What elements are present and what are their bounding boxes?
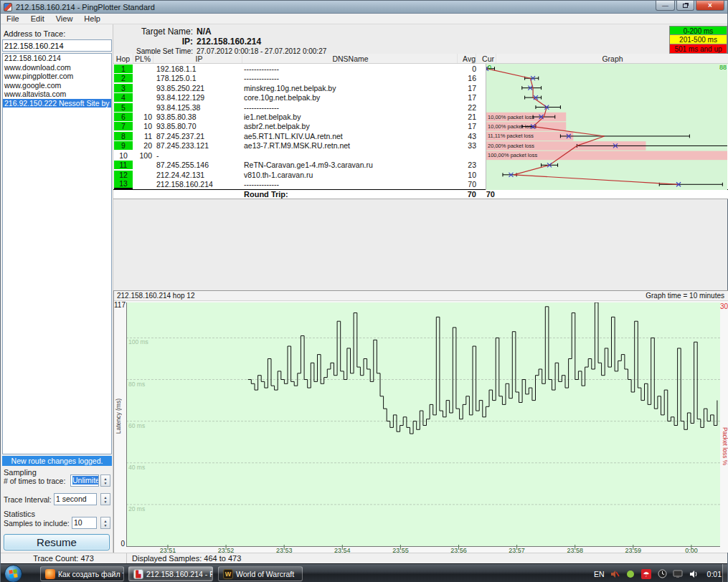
hop-cell: 11 xyxy=(114,161,133,169)
ip-cell: 93.84.125.38 xyxy=(153,103,242,112)
col-graph[interactable]: Graph xyxy=(496,54,728,63)
menu-view[interactable]: View xyxy=(50,14,79,23)
avira-antivirus-icon[interactable]: ☂ xyxy=(641,568,652,579)
address-list[interactable]: 212.158.160.214www.download.comwww.pingp… xyxy=(2,53,112,454)
times-to-trace-field[interactable]: Unlimited xyxy=(70,474,99,487)
dns-cell: -------------- xyxy=(242,103,458,112)
packet-loss-cell: 11 xyxy=(133,132,153,140)
restore-button[interactable] xyxy=(676,1,694,11)
menu-edit[interactable]: Edit xyxy=(25,14,50,23)
wow-icon: W xyxy=(223,569,233,579)
packet-loss-cell: 10 xyxy=(133,122,153,130)
times-to-trace-label: # of times to trace: xyxy=(4,477,65,485)
graph-scale-min: 0 xyxy=(488,64,491,71)
resume-button[interactable]: Resume xyxy=(4,534,110,550)
avg-cell: 43 xyxy=(458,132,476,140)
graph-scale-max: 88 xyxy=(719,64,727,71)
menu-file[interactable]: File xyxy=(1,14,25,23)
address-list-item[interactable]: www.download.com xyxy=(3,63,111,72)
trace-count-status: Trace Count: 473 xyxy=(1,553,127,563)
packet-loss-band-label: 100,00% packet loss xyxy=(488,152,537,158)
avg-cell: 23 xyxy=(458,161,476,169)
dns-cell: ReTN-Caravan.ge1-4.m9-3.caravan.ru xyxy=(242,161,458,169)
col-cur[interactable]: Cur xyxy=(476,54,496,63)
hop-cell: 3 xyxy=(114,84,133,92)
avg-cell: 16 xyxy=(458,74,476,82)
trace-interval-field[interactable]: 1 second xyxy=(54,493,97,505)
col-dnsname[interactable]: DNSName xyxy=(242,54,458,63)
dns-cell: ie1.net.belpak.by xyxy=(242,113,458,121)
samples-to-include-stepper[interactable]: ▲▼ xyxy=(100,517,110,529)
trace-interval-stepper[interactable]: ▲▼ xyxy=(100,493,110,505)
windows-logo-icon xyxy=(9,569,17,578)
address-list-item[interactable]: www.google.com xyxy=(3,81,111,90)
round-trip-avg: 70 xyxy=(458,190,476,199)
address-list-item[interactable]: www.altavista.com xyxy=(3,90,111,99)
status-green-icon[interactable] xyxy=(625,568,636,579)
dns-cell: -------------- xyxy=(242,65,458,73)
route-change-notice[interactable]: New route changes logged. xyxy=(2,456,112,466)
address-list-item[interactable]: 212.158.160.214 xyxy=(3,54,111,63)
menu-help[interactable]: Help xyxy=(78,14,106,23)
taskbar-button[interactable]: WWorld of Warcraft xyxy=(218,566,303,581)
hop-latency-graph[interactable]: 10,00% packet loss10,00% packet loss11,1… xyxy=(486,64,727,190)
status-bar: Trace Count: 473 Displayed Samples: 464 … xyxy=(1,553,727,563)
title-bar[interactable]: 212.158.160.214 - PingPlotter Standard —… xyxy=(1,1,727,14)
hop-cell: 4 xyxy=(114,93,133,102)
avg-cell: 33 xyxy=(458,141,476,150)
dns-cell: -------------- xyxy=(242,180,458,189)
latency-timeline-plot[interactable]: 100 ms80 ms60 ms40 ms20 ms xyxy=(126,302,720,551)
firefox-icon xyxy=(45,569,55,579)
packet-loss-axis-label: Packet loss % xyxy=(722,427,728,465)
input-language-indicator[interactable]: EN xyxy=(594,570,605,578)
round-trip-cur: 70 xyxy=(476,190,496,199)
restore-icon xyxy=(683,4,688,8)
taskbar-button[interactable]: ▙212.158.160.214 - Pin... xyxy=(128,566,213,581)
packet-loss-cell: 10 xyxy=(133,113,153,121)
col-avg[interactable]: Avg xyxy=(458,54,476,63)
y-axis-max-label: 117 xyxy=(114,301,125,309)
hop-cell: 6 xyxy=(114,113,133,121)
muted-microphone-icon[interactable] xyxy=(610,568,620,579)
avg-cell: 17 xyxy=(458,93,476,102)
dns-cell: core.10g.net.belpak.by xyxy=(242,93,458,102)
volume-icon[interactable] xyxy=(689,568,699,579)
legend-row: 501 ms and up xyxy=(669,44,727,54)
round-trip-label: Round Trip: xyxy=(242,190,458,199)
timeline-title: 212.158.160.214 hop 12 xyxy=(117,292,194,300)
packet-loss-band-label: 20,00% packet loss xyxy=(488,143,534,149)
col-hop[interactable]: Hop xyxy=(113,54,133,63)
col-pl[interactable]: PL% xyxy=(133,54,153,63)
displayed-samples-status: Displayed Samples: 464 to 473 xyxy=(127,553,727,563)
address-list-item[interactable]: 216.92.150.222 Nessoft Site by IP xyxy=(3,99,111,108)
times-to-trace-stepper[interactable]: ▲▼ xyxy=(100,474,110,487)
ip-cell: 87.245.255.146 xyxy=(153,161,242,169)
ip-cell: 178.125.0.1 xyxy=(153,74,242,82)
trace-interval-label: Trace Interval: xyxy=(4,495,52,504)
start-button[interactable] xyxy=(4,565,22,582)
minimize-button[interactable]: — xyxy=(656,1,675,11)
samples-to-include-field[interactable]: 10 xyxy=(72,517,97,529)
gridline-label: 40 ms xyxy=(128,464,145,471)
dns-cell: ae13-7.RT.M9.MSK.RU.retn.net xyxy=(242,141,458,150)
taskbar-button-label: Как создать файл тр... xyxy=(58,570,124,578)
address-input[interactable] xyxy=(2,39,112,52)
address-list-item[interactable]: www.pingplotter.com xyxy=(3,72,111,81)
samples-to-include-label: Samples to include: xyxy=(4,519,70,528)
taskbar-clock[interactable]: 0:01 xyxy=(707,570,722,578)
close-button[interactable]: × xyxy=(696,1,724,11)
packet-loss-cell: 100 xyxy=(133,151,153,160)
avg-cell: 22 xyxy=(458,103,476,112)
statistics-group-label: Statistics xyxy=(4,510,35,518)
ip-cell: - xyxy=(153,151,242,160)
graph-time-label: Graph time = 10 minutes xyxy=(646,292,724,300)
clock-utility-icon[interactable] xyxy=(657,568,668,579)
ip-cell: 212.24.42.131 xyxy=(153,171,242,179)
target-name-label: Target Name: xyxy=(113,27,193,37)
window-title: 212.158.160.214 - PingPlotter Standard xyxy=(16,3,155,11)
show-desktop-button[interactable] xyxy=(722,564,727,582)
col-ip[interactable]: IP xyxy=(153,54,242,63)
system-tray: EN ☂ 0:01 xyxy=(594,564,722,582)
display-settings-icon[interactable] xyxy=(673,568,684,579)
taskbar-button[interactable]: Как создать файл тр... xyxy=(40,566,124,581)
